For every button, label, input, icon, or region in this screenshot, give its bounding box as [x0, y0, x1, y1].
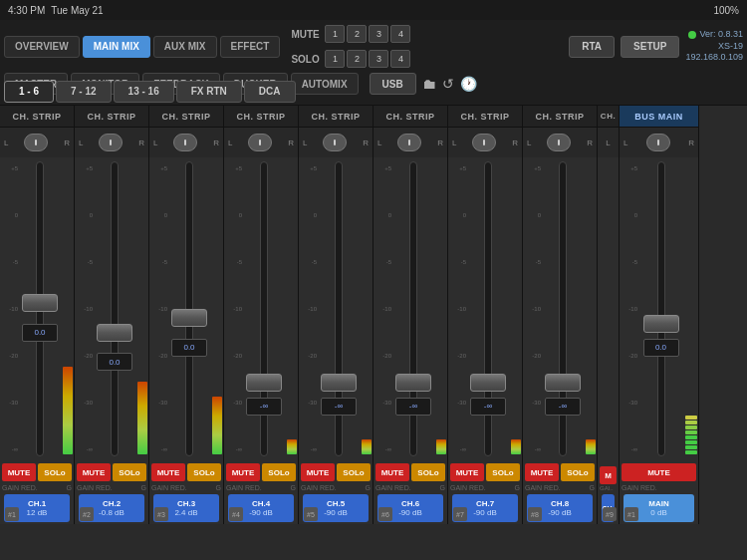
solo-btn-2[interactable]: 2	[347, 50, 367, 68]
ch4-solo-button[interactable]: SOLo	[262, 463, 296, 481]
ch5-fader-display: -∞	[321, 398, 357, 416]
ch2-g-label: G	[141, 484, 146, 491]
ch7-label-bar: CH.7 -90 dB #7	[448, 492, 522, 524]
ch7-mute-button[interactable]: MUTE	[450, 463, 484, 481]
ch8-solo-button[interactable]: SOLo	[561, 463, 595, 481]
ch6-solo-button[interactable]: SOLo	[411, 463, 445, 481]
channels-container: CH. STRIP L R +5 0 -5 -10 -20 -30 -∞ 0.0	[0, 106, 747, 524]
ch4-fader-handle[interactable]	[246, 374, 282, 392]
ch4-mute-button[interactable]: MUTE	[226, 463, 260, 481]
tab-dca[interactable]: DCA	[244, 81, 296, 103]
rta-button[interactable]: RTA	[569, 36, 615, 58]
nav-overview[interactable]: OVERVIEW	[4, 36, 80, 58]
bus-main-gain-red-label: GAIN RED.	[622, 484, 657, 491]
mute-btn-4[interactable]: 4	[390, 25, 410, 43]
solo-btn-1[interactable]: 1	[325, 50, 345, 68]
ch5-pan-knob[interactable]	[323, 134, 347, 151]
bus-main-number: MAIN	[648, 499, 668, 508]
folder-icon[interactable]: 🖿	[422, 76, 436, 92]
tab-7-12[interactable]: 7 - 12	[56, 81, 112, 103]
ch8-mute-button[interactable]: MUTE	[525, 463, 559, 481]
ch6-mute-button[interactable]: MUTE	[375, 463, 409, 481]
ch7-gain-red-label: GAIN RED.	[450, 484, 486, 491]
mute-btn-3[interactable]: 3	[369, 25, 388, 43]
solo-btn-3[interactable]: 3	[369, 50, 388, 68]
ch3-pan-knob[interactable]	[173, 134, 197, 151]
ch9-mute-button[interactable]: M	[600, 466, 617, 484]
ch6-fader-handle[interactable]	[395, 374, 431, 392]
mute-btn-2[interactable]: 2	[347, 25, 367, 43]
ch3-mute-button[interactable]: MUTE	[151, 463, 185, 481]
ch5-mute-button[interactable]: MUTE	[301, 463, 335, 481]
nav-automix[interactable]: AUTOMIX	[291, 73, 359, 95]
ch8-label-bg: CH.8 -90 dB #8	[527, 494, 593, 522]
bus-main-fader-track	[657, 161, 665, 456]
ch2-bottom: MUTE SOLo GAIN RED. G	[75, 460, 148, 492]
ch7-fader-display: -∞	[470, 398, 506, 416]
setup-button[interactable]: SETUP	[621, 36, 679, 58]
mute-label: MUTE	[291, 29, 323, 40]
ch1-mute-button[interactable]: MUTE	[2, 463, 36, 481]
ch3-label-bg: CH.3 2.4 dB #3	[153, 494, 219, 522]
nav-aux-mix[interactable]: AUX MIX	[153, 36, 217, 58]
nav-main-mix[interactable]: MAIN MIX	[83, 36, 150, 58]
ch3-fader-handle[interactable]	[171, 309, 207, 327]
ch3-fader-area: +5 0 -5 -10 -20 -30 -∞ 0.0	[149, 157, 223, 460]
ch7-fader-area: +5 0 -5 -10 -20 -30 -∞ -∞	[448, 157, 522, 460]
ch8-fader-handle[interactable]	[545, 374, 581, 392]
ch6-pan-knob[interactable]	[397, 134, 421, 151]
solo-btn-4[interactable]: 4	[390, 50, 410, 68]
refresh-icon[interactable]: ↺	[442, 76, 454, 92]
ch8-meter	[585, 161, 597, 456]
ch3-solo-button[interactable]: SOLo	[187, 463, 221, 481]
ch1-pan-knob[interactable]	[24, 134, 48, 151]
usb-button[interactable]: USB	[370, 73, 416, 95]
ch7-index: #7	[453, 507, 467, 521]
ch8-pan-knob[interactable]	[547, 134, 571, 151]
ch1-fader-handle[interactable]	[22, 294, 58, 312]
ch3-header: CH. STRIP	[149, 106, 223, 128]
ch1-number: CH.1	[28, 499, 46, 508]
device-name: XS-19	[718, 41, 743, 53]
ch5-number: CH.5	[327, 499, 345, 508]
channel-strip-8: CH. STRIP L R +5 0 -5 -10 -20 -30 -∞ -∞	[523, 106, 598, 524]
ch7-fader-handle[interactable]	[470, 374, 506, 392]
right-controls: RTA SETUP Ver: 0.8.31 XS-19 192.168.0.10…	[569, 29, 743, 64]
bus-main-pan-knob[interactable]	[646, 134, 670, 151]
nav-effect[interactable]: EFFECT	[220, 36, 281, 58]
ch4-pan-knob[interactable]	[248, 134, 272, 151]
ch2-fader-handle[interactable]	[97, 324, 132, 342]
tab-13-16[interactable]: 13 - 16	[114, 81, 174, 103]
ch6-number: CH.6	[401, 499, 419, 508]
app-info-block: Ver: 0.8.31 XS-19 192.168.0.109	[685, 29, 743, 64]
ch6-label-bg: CH.6 -90 dB #6	[377, 494, 443, 522]
ch1-solo-button[interactable]: SOLo	[38, 463, 72, 481]
ch3-g-label: G	[216, 484, 221, 491]
ch5-fader-area: +5 0 -5 -10 -20 -30 -∞ -∞	[299, 157, 373, 460]
bus-main-mute-button[interactable]: MUTE	[622, 463, 696, 481]
ch7-bottom: MUTE SOLo GAIN RED. G	[448, 460, 522, 492]
ch8-gain: -90 dB	[548, 508, 572, 517]
tab-1-6[interactable]: 1 - 6	[4, 81, 54, 103]
date-display: Tue May 21	[51, 5, 103, 16]
ch4-index: #4	[229, 507, 243, 521]
ch4-fader-display: -∞	[246, 398, 282, 416]
channel-strip-1: CH. STRIP L R +5 0 -5 -10 -20 -30 -∞ 0.0	[0, 106, 75, 524]
ch1-pan-area: L R	[0, 128, 74, 157]
ch5-fader-handle[interactable]	[321, 374, 357, 392]
tab-fx-rtn[interactable]: FX RTN	[176, 81, 242, 103]
ch1-gain-red-label: GAIN RED.	[2, 484, 38, 491]
ch4-label-bar: CH.4 -90 dB #4	[224, 492, 298, 524]
ch2-solo-button[interactable]: SOLo	[113, 463, 146, 481]
mute-btn-1[interactable]: 1	[325, 25, 345, 43]
history-icon[interactable]: 🕐	[460, 76, 477, 92]
ch7-solo-button[interactable]: SOLo	[486, 463, 520, 481]
ch2-mute-button[interactable]: MUTE	[77, 463, 111, 481]
bus-main-fader-handle[interactable]	[643, 315, 679, 333]
status-bar: 4:30 PM Tue May 21 100%	[0, 0, 747, 20]
ch5-solo-button[interactable]: SOLo	[337, 463, 371, 481]
bus-main-strip: BUS MAIN L R +5 0 -5 -10 -20 -30 -∞ 0.0	[620, 106, 699, 524]
ch7-pan-knob[interactable]	[472, 134, 496, 151]
ch2-pan-knob[interactable]	[99, 134, 123, 151]
ch6-bottom: MUTE SOLo GAIN RED. G	[374, 460, 447, 492]
